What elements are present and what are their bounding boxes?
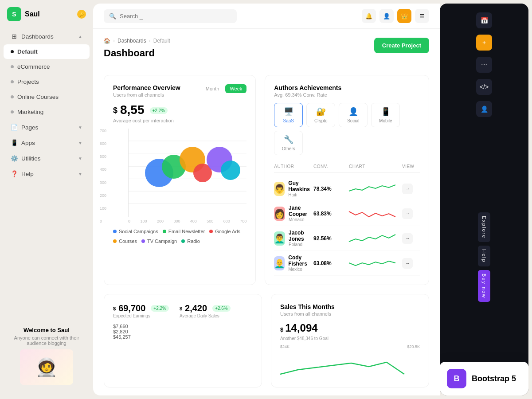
performance-title: Performance Overview bbox=[113, 84, 180, 91]
sidebar-label-online-courses: Online Courses bbox=[17, 94, 59, 100]
avatar-cody: 👨‍🦲 bbox=[274, 256, 285, 270]
search-icon: 🔍 bbox=[109, 13, 116, 20]
view-btn-jane[interactable]: → bbox=[402, 208, 413, 219]
create-project-button[interactable]: Create Project bbox=[374, 38, 429, 53]
tab-week[interactable]: Week bbox=[225, 84, 246, 93]
expected-label: Expected Earnings bbox=[113, 313, 169, 318]
tab-mobile[interactable]: 📱 Mobile bbox=[371, 103, 400, 127]
breadcrumb-dashboards[interactable]: Dashboards bbox=[117, 38, 146, 44]
rp-calendar-btn[interactable]: 📅 bbox=[476, 12, 492, 28]
legend-social: Social Campaigns bbox=[113, 229, 158, 234]
legend-dot-social bbox=[113, 230, 117, 233]
avatar-jane: 👩 bbox=[274, 207, 285, 221]
metric-value: 8,55 bbox=[120, 103, 145, 117]
sidebar-item-online-courses[interactable]: Online Courses bbox=[4, 90, 90, 104]
authors-table: AUTHOR CONV. CHART VIEW 👨 Guy Hawkins Ha… bbox=[274, 162, 420, 276]
search-box[interactable]: 🔍 bbox=[104, 9, 237, 23]
topbar: 🔍 🔔 👤 👑 ☰ bbox=[93, 4, 440, 29]
conv-rate-jane: 63.83% bbox=[313, 211, 349, 217]
apps-icon: 📱 bbox=[11, 139, 18, 146]
daily-sales: $ 2,420 +2.6% Average Daily Sales bbox=[180, 303, 231, 318]
main-content: 🔍 🔔 👤 👑 ☰ 🏠 › Dashboards › Default Dashb… bbox=[93, 4, 440, 395]
topbar-avatar-small[interactable]: 👤 bbox=[379, 9, 394, 23]
rp-user-btn[interactable]: 👤 bbox=[476, 101, 492, 117]
legend-dot-courses bbox=[113, 239, 117, 243]
rp-code-btn[interactable]: </> bbox=[476, 79, 492, 95]
sidebar-item-dashboards[interactable]: ⊞ Dashboards ▲ bbox=[4, 29, 90, 44]
authors-title: Authors Achievements bbox=[274, 84, 341, 91]
right-panel-vertical-btns: Explore Help Buy now bbox=[478, 126, 490, 388]
astronaut-image: 🧑‍🚀 bbox=[20, 349, 73, 385]
others-icon: 🔧 bbox=[284, 135, 293, 145]
conv-rate-cody: 63.08% bbox=[313, 260, 349, 266]
sidebar-label-utilities: Utilities bbox=[21, 155, 41, 162]
grid-icon: ⊞ bbox=[11, 33, 18, 40]
tab-others[interactable]: 🔧 Others bbox=[274, 131, 303, 155]
bottom-section: $ 69,700 +2.2% Expected Earnings $ 2,420… bbox=[104, 294, 429, 387]
view-btn-jacob[interactable]: → bbox=[402, 233, 413, 244]
sales-chart bbox=[280, 350, 420, 376]
topbar-settings-btn[interactable]: 👑 bbox=[397, 9, 411, 23]
daily-label: Average Daily Sales bbox=[180, 313, 231, 318]
expected-badge: +2.2% bbox=[151, 305, 169, 312]
col-chart: CHART bbox=[349, 164, 402, 169]
sidebar-item-apps[interactable]: 📱 Apps ▼ bbox=[4, 135, 90, 150]
metric-symbol: $ bbox=[113, 106, 117, 115]
notifications-btn[interactable]: 🔔 bbox=[362, 9, 376, 23]
logo-icon: S bbox=[7, 7, 21, 21]
daily-badge: +2.6% bbox=[212, 305, 231, 312]
author-info-jane: 👩 Jane Cooper Monaco bbox=[274, 205, 313, 222]
search-input[interactable] bbox=[120, 13, 208, 20]
legend-courses: Courses bbox=[113, 239, 137, 244]
author-country-cody: Mexico bbox=[288, 267, 313, 272]
earnings-list: $7,660 $2,820 $45,257 bbox=[113, 324, 131, 350]
legend-radio: Radio bbox=[181, 239, 200, 244]
conv-rate-jacob: 92.56% bbox=[313, 235, 349, 242]
dot-marketing bbox=[11, 110, 14, 113]
chart-jacob bbox=[349, 232, 393, 245]
legend-label-email: Email Newsletter bbox=[168, 229, 205, 234]
rp-plus-btn[interactable]: + bbox=[476, 35, 492, 51]
buy-now-btn[interactable]: Buy now bbox=[478, 270, 490, 302]
help-icon: ❓ bbox=[11, 170, 18, 177]
sidebar-item-utilities[interactable]: ⚙️ Utilities ▼ bbox=[4, 151, 90, 166]
tab-month[interactable]: Month bbox=[201, 84, 224, 93]
view-btn-guy[interactable]: → bbox=[402, 184, 413, 194]
earnings-detail: $7,660 $2,820 $45,257 bbox=[113, 324, 253, 350]
sidebar-label-default: Default bbox=[17, 48, 38, 55]
sidebar-item-ecommerce[interactable]: eCommerce bbox=[4, 59, 90, 74]
sidebar-item-default[interactable]: Default bbox=[4, 44, 90, 59]
topbar-menu-btn[interactable]: ☰ bbox=[415, 9, 429, 23]
tab-social[interactable]: 👤 Social bbox=[339, 103, 368, 127]
conv-rate-guy: 78.34% bbox=[313, 186, 349, 192]
author-info-cody: 👨‍🦲 Cody Fishers Mexico bbox=[274, 254, 313, 272]
earnings-stats: $ 69,700 +2.2% Expected Earnings $ 2,420… bbox=[113, 303, 253, 318]
performance-header: Performance Overview Users from all chan… bbox=[113, 84, 246, 98]
breadcrumb: 🏠 › Dashboards › Default bbox=[104, 38, 170, 44]
expected-earnings: $ 69,700 +2.2% Expected Earnings bbox=[113, 303, 169, 318]
chart-cody bbox=[349, 257, 393, 270]
explore-btn[interactable]: Explore bbox=[478, 212, 490, 242]
sidebar-item-marketing[interactable]: Marketing bbox=[4, 105, 90, 119]
tab-crypto[interactable]: 🔐 Crypto bbox=[306, 103, 335, 127]
help-btn[interactable]: Help bbox=[478, 246, 490, 266]
others-label: Others bbox=[282, 146, 295, 151]
view-btn-cody[interactable]: → bbox=[402, 258, 413, 269]
avatar-jacob: 👨‍🦱 bbox=[274, 231, 285, 246]
legend-label-tv: TV Campaign bbox=[147, 239, 177, 244]
utilities-icon: ⚙️ bbox=[11, 155, 18, 162]
rp-dots-btn[interactable]: ⋯ bbox=[476, 57, 492, 73]
tab-saas[interactable]: 🖥️ SaaS bbox=[274, 103, 303, 127]
mobile-label: Mobile bbox=[379, 118, 392, 123]
legend-dot-email bbox=[163, 230, 166, 233]
sidebar-label-projects: Projects bbox=[17, 78, 39, 85]
sidebar-item-help[interactable]: ❓ Help ▼ bbox=[4, 166, 90, 181]
chart-legend: Social Campaigns Email Newsletter Google… bbox=[113, 229, 246, 244]
sales-header: Sales This Months Users from all channel… bbox=[280, 303, 420, 317]
sidebar-item-projects[interactable]: Projects bbox=[4, 74, 90, 89]
legend-label-courses: Courses bbox=[119, 239, 137, 244]
legend-google-ads: Google Ads bbox=[209, 229, 240, 234]
legend-tv: TV Campaign bbox=[141, 239, 177, 244]
chevron-utilities: ▼ bbox=[78, 156, 82, 161]
sidebar-item-pages[interactable]: 📄 Pages ▼ bbox=[4, 120, 90, 135]
